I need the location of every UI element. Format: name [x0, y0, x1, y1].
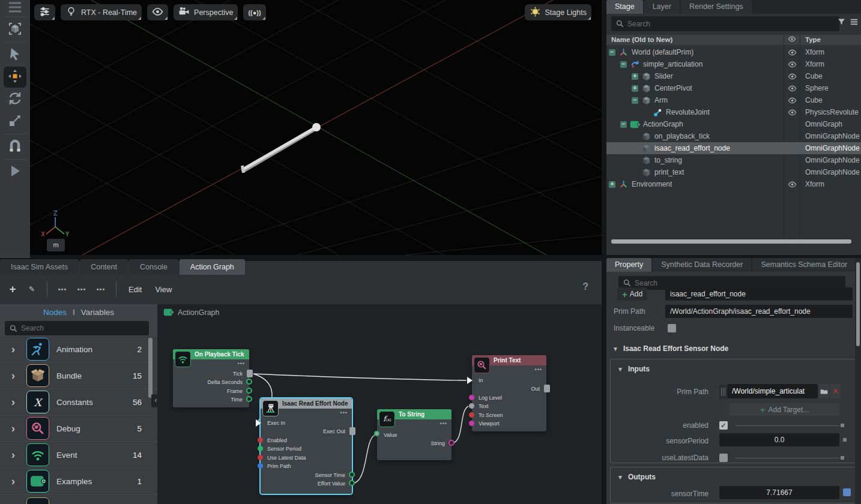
visibility-eye-icon[interactable]	[784, 106, 800, 118]
chevron-right-icon[interactable]: ›	[0, 475, 26, 488]
port-sensor-period[interactable]: Sensor Period	[261, 445, 352, 453]
port-connector[interactable]	[349, 427, 355, 435]
prim-path-field[interactable]: /World/ActionGraph/isaac_read_effort_nod…	[665, 305, 853, 318]
sensor-time-field[interactable]: 7.71667	[719, 486, 839, 499]
port-connector[interactable]	[258, 446, 263, 451]
graph-canvas[interactable]: ActionGraph On Playback Tick•••TickDelta…	[157, 304, 602, 504]
port-connector[interactable]	[374, 431, 379, 436]
layout-preset-button-3[interactable]: •••	[94, 282, 107, 296]
graph-node-isaac-read-effort-node[interactable]: Isaac Read Effort Node•••Exec InExec Out…	[261, 398, 352, 494]
tab-action-graph[interactable]: Action Graph	[180, 259, 245, 275]
collapse-icon[interactable]: −	[632, 97, 638, 104]
visibility-eye-icon[interactable]	[784, 178, 800, 190]
expand-icon[interactable]: +	[632, 85, 638, 92]
prim-name-field[interactable]: isaac_read_effort_node	[665, 287, 853, 301]
column-type-header[interactable]: Type	[805, 36, 821, 43]
tab-variables[interactable]: Variables	[81, 308, 114, 317]
port-out[interactable]: Out	[472, 385, 546, 393]
port-in[interactable]: In	[472, 376, 546, 385]
port-connector[interactable]	[247, 370, 253, 377]
clear-target-button[interactable]: ✕	[830, 384, 841, 398]
tab-semantics-schema-editor[interactable]: Semantics Schema Editor	[752, 258, 856, 272]
port-frame[interactable]: Frame	[173, 387, 249, 395]
node-search-input[interactable]: Search	[5, 321, 149, 335]
category-row-bundle[interactable]: ›Bundle15	[0, 363, 157, 388]
collapse-icon[interactable]: −	[620, 61, 627, 68]
chevron-right-icon[interactable]: ›	[0, 395, 26, 409]
stage-lights-button[interactable]: Stage Lights	[525, 4, 592, 20]
port-connector[interactable]	[258, 455, 263, 460]
expand-icon[interactable]: +	[609, 181, 615, 188]
port-connector[interactable]	[349, 472, 355, 478]
category-row-animation[interactable]: ›Animation2	[0, 337, 157, 362]
menu-button[interactable]	[0, 0, 30, 16]
tab-layer[interactable]: Layer	[644, 0, 680, 14]
port-connector[interactable]	[258, 437, 263, 443]
axis-gizmo[interactable]: Z X Y m	[37, 210, 73, 253]
tab-synthetic-data-recorder[interactable]: Synthetic Data Recorder	[653, 258, 751, 272]
port-effort-value[interactable]: Effort Value	[261, 479, 352, 488]
sensor-period-field[interactable]: 0.0	[719, 433, 839, 446]
visibility-eye-icon[interactable]	[784, 82, 800, 94]
stage-tree-row[interactable]: to_stringOmniGraphNode	[606, 154, 861, 166]
rotate-tool-button[interactable]	[0, 88, 30, 110]
stage-tree-row[interactable]: −ActionGraphOmniGraph	[606, 118, 861, 130]
cursor-button[interactable]	[0, 44, 30, 66]
port-tick[interactable]: Tick	[173, 370, 249, 378]
port-viewport[interactable]: Viewport	[472, 419, 546, 428]
port-connector[interactable]	[469, 412, 474, 418]
stage-tree-row[interactable]: +CenterPivotSphere	[606, 82, 861, 94]
new-graph-button[interactable]: +	[6, 282, 19, 296]
port-connector[interactable]	[256, 419, 261, 427]
reset-default-handle[interactable]	[843, 438, 847, 442]
stage-tree-row[interactable]: isaac_read_effort_nodeOmniGraphNode	[606, 142, 861, 154]
node-menu-dots[interactable]: •••	[238, 361, 245, 367]
port-connector[interactable]	[469, 395, 474, 400]
stage-tree-row[interactable]: RevoluteJointPhysicsRevolute	[606, 106, 861, 118]
collapse-sidebar-handle[interactable]: ‹	[151, 394, 160, 407]
enabled-checkbox[interactable]: ✓	[719, 421, 728, 430]
port-to-screen[interactable]: To Screen	[472, 411, 546, 419]
reset-default-handle[interactable]	[841, 424, 844, 427]
collapse-icon[interactable]: −	[609, 49, 615, 56]
layout-preset-button-2[interactable]: •••	[75, 282, 88, 296]
list-options-icon[interactable]	[850, 17, 859, 28]
port-connector[interactable]	[246, 388, 252, 394]
port-connector[interactable]	[246, 379, 252, 385]
stage-tree-row[interactable]: on_playback_tickOmniGraphNode	[606, 130, 861, 142]
category-row-constants[interactable]: ›XConstants56	[0, 389, 157, 415]
port-delta-seconds[interactable]: Delta Seconds	[173, 378, 249, 386]
tab-property[interactable]: Property	[606, 258, 651, 272]
reset-default-handle[interactable]	[841, 456, 844, 460]
port-text[interactable]: Text	[472, 402, 546, 410]
port-string[interactable]: String	[377, 439, 452, 448]
viewport-3d[interactable]: RTX - Real-Time Perspective ((●)) Stage …	[30, 0, 602, 255]
stage-tree-row[interactable]: print_textOmniGraphNode	[606, 166, 861, 178]
column-name-header[interactable]: Name (Old to New)	[611, 36, 672, 43]
stage-horizontal-scrollbar[interactable]	[611, 239, 851, 244]
port-connector[interactable]	[246, 396, 252, 402]
node-menu-dots[interactable]: •••	[440, 421, 447, 427]
audio-button[interactable]: ((●))	[243, 4, 265, 20]
port-exec-in[interactable]: Exec In	[261, 419, 352, 427]
tab-stage[interactable]: Stage	[606, 0, 643, 14]
visibility-eye-icon[interactable]	[784, 70, 800, 82]
category-row-debug[interactable]: ›Debug5	[0, 416, 157, 441]
library-scrollbar-thumb[interactable]	[148, 338, 153, 398]
stage-search-input[interactable]: Search	[611, 16, 839, 31]
port-connector[interactable]	[469, 421, 474, 426]
select-mode-button[interactable]	[0, 19, 30, 41]
wire-string-to-text[interactable]	[452, 406, 468, 443]
visibility-eye-icon[interactable]	[784, 46, 800, 58]
port-log-level[interactable]: Log Level	[472, 394, 546, 402]
collapse-icon[interactable]: −	[620, 121, 627, 128]
category-row-event[interactable]: ›Event14	[0, 442, 157, 467]
port-use-latest-data[interactable]: Use Latest Data	[261, 454, 352, 462]
snap-magnet-button[interactable]	[0, 136, 30, 158]
category-row-examples[interactable]: ›Examples1	[0, 469, 157, 494]
port-value[interactable]: Value	[377, 431, 452, 439]
property-scrollbar-thumb[interactable]	[856, 262, 860, 346]
graph-node-print-text[interactable]: Print Text•••InOutLog LevelTextTo Screen…	[472, 355, 546, 431]
use-latest-data-checkbox[interactable]	[719, 454, 728, 462]
move-tool-button[interactable]	[0, 66, 30, 88]
